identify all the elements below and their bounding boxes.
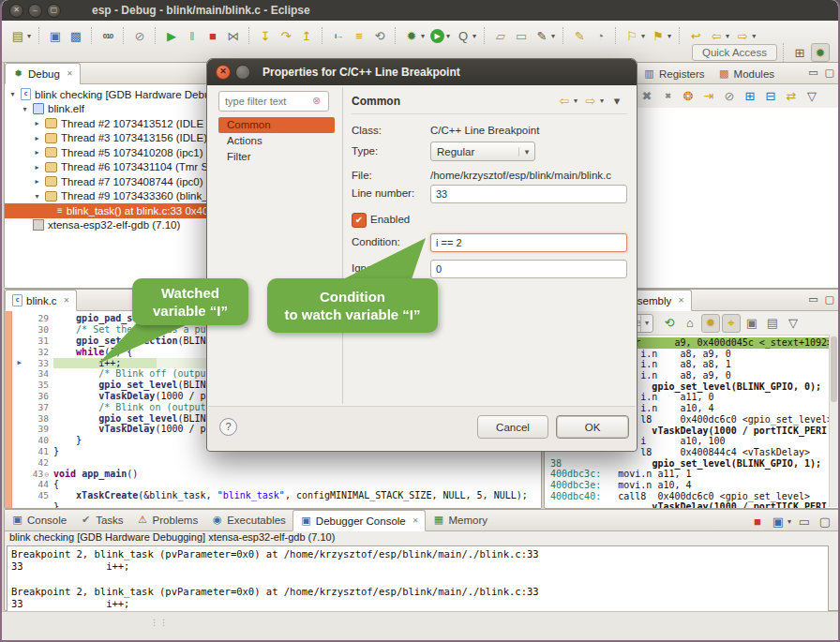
cancel-button[interactable]: Cancel [477,415,548,439]
collapse-arrow-icon[interactable]: ▾ [33,192,41,201]
link-with-debug-view-icon[interactable]: ⇄ [782,87,801,106]
debug-icon[interactable]: ✹ [402,26,421,45]
run-icon[interactable]: ▶ [430,29,444,43]
tab-memory[interactable]: ▦Memory [426,510,494,530]
view-menu-icon[interactable]: ▽ [802,87,821,106]
statusbar-handle[interactable]: ⋮⋮ [150,618,169,627]
display-selected-console-dropdown-icon[interactable]: ▾ [788,517,791,526]
back-icon[interactable]: ⇦ [555,91,574,110]
close-icon[interactable]: ✕ [67,69,73,78]
ok-button[interactable]: OK [556,415,629,439]
quick-access-button[interactable]: Quick Access [692,44,777,61]
expand-arrow-icon[interactable]: ▸ [33,119,41,127]
expand-arrow-icon[interactable]: ▸ [33,163,41,172]
tab-registers[interactable]: ▥Registers [637,64,712,83]
dialog-nav-filter[interactable]: Filter [218,149,335,165]
close-icon[interactable]: ✕ [678,296,684,305]
view-menu-icon[interactable]: ▽ [784,314,802,333]
tab-console[interactable]: ▣Console [5,510,73,530]
previous-annotation-dropdown-icon[interactable]: ▾ [641,32,645,40]
dialog-close-icon[interactable]: ✕ [216,65,231,80]
use-step-filters-icon[interactable]: ≡ [350,26,368,45]
minimize-icon[interactable]: ▭ [808,67,818,79]
open-resource-icon[interactable]: ▭ [512,26,531,45]
forward-dropdown-icon[interactable]: ▾ [600,97,604,105]
ignore-count-field[interactable] [430,260,627,278]
refresh-view-icon[interactable]: ⟲ [660,314,679,333]
window-minimize-icon[interactable]: – [28,4,42,18]
previous-annotation-icon[interactable]: ⚐ [622,26,641,45]
show-source-icon[interactable]: ✹ [701,314,720,333]
window-maximize-icon[interactable]: ▢ [47,4,61,18]
build-binary-icon[interactable]: 010 [98,26,117,45]
minimize-icon[interactable]: ▭ [795,512,814,530]
terminate-icon[interactable]: ■ [203,26,222,45]
save-all-icon[interactable]: ▩ [67,26,85,45]
show-breakpoints-supported-icon[interactable]: ❂ [679,87,698,106]
maximize-icon[interactable]: ▢ [816,512,834,530]
collapse-arrow-icon[interactable]: ▾ [8,90,17,98]
tab-blink-c[interactable]: c blink.c ✕ [5,290,77,311]
disconnect-icon[interactable]: ⋈ [224,26,243,45]
tab-modules[interactable]: ▩Modules [712,64,781,83]
collapse-all-icon[interactable]: ⊟ [761,87,780,106]
external-tools-icon[interactable]: Q [454,26,472,45]
condition-field[interactable] [430,233,627,252]
line-number-field[interactable] [430,185,627,203]
open-new-view-icon[interactable]: ▣ [742,314,761,333]
skip-all-breakpoints-icon[interactable]: ⊘ [720,87,739,106]
maximize-icon[interactable]: ▢ [825,293,834,306]
terminate-console-icon[interactable]: ■ [748,512,767,530]
skip-all-breakpoints-icon[interactable]: ⊘ [130,26,149,45]
forward-icon[interactable]: ⇨ [581,91,600,110]
step-return-icon[interactable]: ↥ [297,26,316,45]
run-dropdown-icon[interactable]: ▾ [446,32,450,40]
remove-all-breakpoints-icon[interactable]: ✖ [658,87,677,106]
resume-icon[interactable]: ▶ [162,26,181,45]
scrollbar-thumb[interactable] [831,336,837,402]
scrollbar[interactable] [829,335,838,507]
close-icon[interactable]: ✕ [412,516,419,525]
back-icon[interactable]: ⇦ [707,26,726,45]
restart-icon[interactable]: ⟲ [370,26,389,45]
back-dropdown-icon[interactable]: ▾ [726,32,729,40]
help-icon[interactable]: ? [219,418,237,436]
window-close-icon[interactable]: ✕ [9,4,23,18]
next-annotation-dropdown-icon[interactable]: ▾ [668,32,671,40]
pin-view-icon[interactable]: ▤ [763,314,782,333]
step-into-icon[interactable]: ↧ [256,26,275,45]
chevron-down-icon[interactable]: ▾ [518,147,534,157]
forward-dropdown-icon[interactable]: ▾ [752,32,756,40]
suspend-icon[interactable]: ‖ [183,26,202,45]
home-icon[interactable]: ⌂ [681,314,699,333]
go-to-file-for-breakpoint-icon[interactable]: ⇥ [699,87,718,106]
minimize-icon[interactable]: ▭ [808,293,818,306]
new-wizard-icon[interactable]: ▤ [8,26,27,45]
toggle-mark-occurrences-icon[interactable]: ✎ [570,26,589,45]
console-output[interactable]: Breakpoint 2, blink_task (pvParameter=0x… [7,545,829,615]
collapse-arrow-icon[interactable]: ▾ [21,105,29,113]
enabled-checkbox[interactable]: ✔ [352,213,367,228]
tab-debug[interactable]: ✹ Debug ✕ [5,63,81,84]
back-dropdown-icon[interactable]: ▾ [574,97,578,105]
tab-debugger-console[interactable]: ▣Debugger Console✕ [292,510,427,531]
external-tools-dropdown-icon[interactable]: ▾ [472,32,476,40]
expand-arrow-icon[interactable]: ▸ [33,134,41,142]
step-over-icon[interactable]: ↷ [277,26,295,45]
debug-perspective-icon[interactable]: ✹ [811,43,830,62]
filter-clear-icon[interactable]: ⊗ [312,95,321,107]
save-icon[interactable]: ▣ [46,26,65,45]
expand-arrow-icon[interactable]: ▸ [33,148,41,157]
dialog-nav-common[interactable]: Common [218,117,335,133]
track-expression-icon[interactable]: ⌖ [722,314,741,333]
debug-dropdown-icon[interactable]: ▾ [421,32,425,40]
remove-selected-breakpoints-icon[interactable]: ✖ [638,87,656,106]
next-annotation-icon[interactable]: ⚑ [649,26,668,45]
type-select[interactable]: Regular ▾ [430,142,535,161]
fold-icon[interactable]: ⊖ [44,470,49,479]
search-dropdown-icon[interactable]: ▾ [551,32,555,40]
tab-problems[interactable]: ⚠Problems [130,510,205,530]
expand-arrow-icon[interactable]: ▸ [33,177,41,186]
search-icon[interactable]: ✎ [532,26,551,45]
tab-executables[interactable]: ◉Executables [204,510,292,530]
